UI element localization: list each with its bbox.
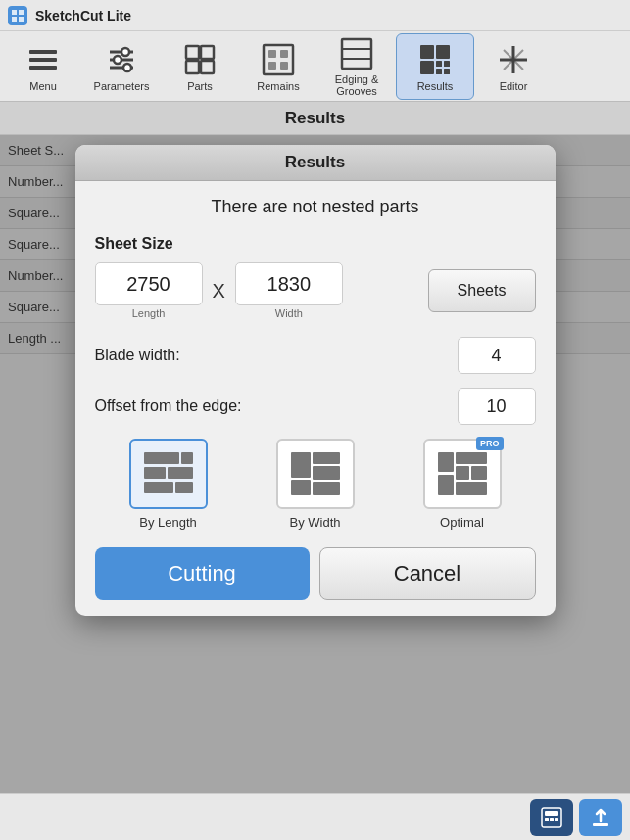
svg-rect-71 (545, 818, 549, 821)
toolbar-item-results[interactable]: Results (396, 33, 474, 100)
toolbar: Menu Parameters Parts (0, 31, 630, 102)
svg-rect-31 (444, 69, 450, 74)
svg-rect-60 (313, 452, 340, 464)
length-input-wrap: Length (95, 262, 203, 319)
toolbar-item-editor[interactable]: Editor (474, 33, 553, 100)
svg-rect-26 (436, 45, 450, 59)
toolbar-edging-label: Edging & Grooves (321, 73, 392, 97)
svg-point-12 (123, 64, 131, 71)
svg-rect-25 (420, 45, 434, 59)
svg-rect-5 (29, 58, 57, 62)
by-width-label: By Width (289, 515, 340, 530)
width-label: Width (275, 307, 303, 319)
svg-rect-19 (280, 50, 288, 58)
offset-input[interactable] (458, 388, 536, 425)
menu-icon (24, 41, 62, 78)
offset-label: Offset from the edge: (95, 397, 458, 415)
width-input[interactable] (235, 262, 343, 305)
svg-rect-1 (19, 10, 24, 15)
svg-rect-55 (168, 467, 193, 479)
svg-rect-52 (144, 452, 179, 464)
by-length-label: By Length (139, 515, 197, 530)
modal-body: There are not nested parts Sheet Size Le… (75, 181, 556, 616)
sheet-size-title: Sheet Size (95, 235, 536, 253)
toolbar-remains-label: Remains (257, 80, 299, 92)
modal-titlebar: Results (75, 145, 556, 181)
svg-rect-15 (186, 61, 199, 73)
svg-rect-70 (545, 811, 558, 816)
layout-by-width[interactable]: By Width (276, 439, 355, 530)
width-input-wrap: Width (235, 262, 343, 319)
toolbar-item-parameters[interactable]: Parameters (82, 33, 161, 100)
svg-rect-72 (550, 818, 554, 821)
modal-dialog: Results There are not nested parts Sheet… (75, 145, 556, 616)
svg-rect-6 (29, 66, 57, 70)
toolbar-item-menu[interactable]: Menu (4, 33, 82, 100)
parameters-icon (103, 41, 140, 78)
svg-rect-54 (144, 467, 166, 479)
bottom-bar (0, 793, 630, 840)
length-label: Length (132, 307, 166, 319)
toolbar-item-remains[interactable]: Remains (239, 33, 317, 100)
svg-rect-13 (186, 46, 199, 59)
toolbar-parts-label: Parts (187, 80, 213, 92)
optimal-label: Optimal (440, 515, 484, 530)
svg-rect-65 (456, 466, 469, 480)
length-input[interactable] (95, 262, 203, 305)
svg-rect-57 (175, 482, 193, 493)
by-length-icon-wrap (129, 439, 208, 509)
toolbar-editor-label: Editor (500, 80, 528, 92)
svg-rect-3 (19, 17, 24, 22)
page-title: Results (285, 109, 345, 128)
toolbar-results-label: Results (417, 80, 454, 92)
cutting-button[interactable]: Cutting (95, 547, 310, 600)
blade-width-input[interactable] (458, 337, 536, 374)
sheets-button[interactable]: Sheets (428, 269, 536, 312)
sheet-size-row: Length X Width Sheets (95, 262, 536, 319)
cancel-button[interactable]: Cancel (319, 547, 536, 600)
app-icon (8, 6, 27, 25)
svg-rect-74 (593, 823, 608, 826)
results-icon (416, 41, 454, 78)
svg-rect-66 (471, 466, 487, 480)
toolbar-item-parts[interactable]: Parts (161, 33, 239, 100)
svg-rect-22 (342, 39, 371, 69)
svg-rect-59 (291, 480, 311, 495)
svg-point-10 (114, 56, 121, 64)
app-title: SketchCut Lite (35, 8, 131, 23)
svg-rect-2 (12, 17, 17, 22)
modal-title: Results (285, 153, 345, 171)
layout-options: By Length (95, 439, 536, 530)
editor-icon (495, 41, 532, 78)
svg-rect-30 (436, 69, 442, 74)
optimal-icon-wrap: PRO (423, 439, 502, 509)
svg-rect-14 (201, 46, 214, 59)
toolbar-item-edging[interactable]: Edging & Grooves (317, 33, 396, 100)
main-content: PDF (0, 135, 630, 793)
blade-width-row: Blade width: (95, 337, 536, 374)
svg-rect-4 (29, 50, 57, 54)
svg-rect-67 (438, 475, 454, 495)
size-x-label: X (213, 280, 225, 303)
svg-rect-18 (268, 50, 276, 58)
modal-footer: Cutting Cancel (95, 547, 536, 600)
svg-rect-16 (201, 61, 214, 73)
upload-button[interactable] (579, 799, 622, 836)
svg-rect-20 (268, 62, 276, 70)
toolbar-menu-label: Menu (29, 80, 57, 92)
layout-by-length[interactable]: By Length (129, 439, 208, 530)
svg-rect-63 (438, 452, 454, 472)
svg-point-8 (121, 48, 129, 56)
layout-optimal[interactable]: PRO Optimal (423, 439, 502, 530)
svg-rect-68 (456, 482, 487, 495)
calculator-button[interactable] (530, 799, 573, 836)
svg-rect-73 (555, 818, 558, 821)
svg-rect-21 (280, 62, 288, 70)
svg-rect-64 (456, 452, 487, 464)
svg-rect-17 (264, 45, 293, 74)
svg-rect-29 (444, 61, 450, 67)
svg-rect-0 (12, 10, 17, 15)
blade-width-label: Blade width: (95, 347, 458, 364)
edging-icon (338, 36, 375, 71)
svg-rect-61 (313, 466, 340, 480)
